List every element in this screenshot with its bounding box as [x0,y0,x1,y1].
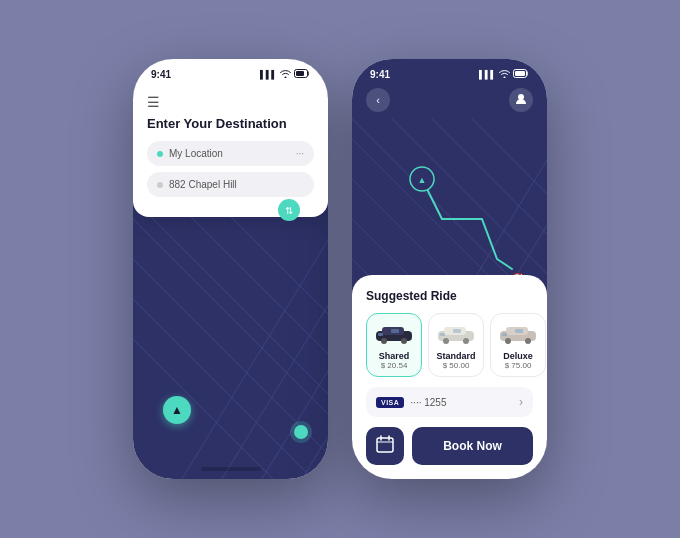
left-battery-icon [294,69,310,80]
svg-line-4 [133,279,328,479]
svg-rect-49 [502,333,507,336]
svg-point-35 [381,338,387,344]
card-title: Enter Your Destination [147,116,314,131]
svg-text:▲: ▲ [418,175,427,185]
top-navigation: ‹ [352,84,547,120]
payment-info: VISA ···· 1255 [376,397,447,408]
right-time: 9:41 [370,69,390,80]
svg-rect-37 [378,333,383,336]
left-time: 9:41 [151,69,171,80]
standard-label: Standard [434,351,478,361]
svg-rect-38 [391,329,399,333]
back-button[interactable]: ‹ [366,88,390,112]
svg-line-2 [133,199,328,439]
standard-price: $ 50.00 [434,361,478,370]
left-location-dot [294,425,308,439]
svg-point-36 [401,338,407,344]
svg-rect-51 [377,438,393,452]
chapel-hill-text: 882 Chapel Hill [169,179,304,190]
card-number: ···· 1255 [410,397,446,408]
ride-option-standard[interactable]: Standard $ 50.00 [428,313,484,377]
visa-badge: VISA [376,397,404,408]
right-battery-icon [513,69,529,80]
svg-point-47 [505,338,511,344]
left-nav-arrow: ▲ [163,396,191,424]
location-dot-indicator [157,151,163,157]
ride-options: Shared $ 20.54 Standard $ 50.00 [366,313,533,377]
svg-point-42 [463,338,469,344]
svg-rect-1 [296,71,304,76]
location-input[interactable]: My Location ··· [147,141,314,166]
left-home-indicator [201,467,261,471]
standard-car-image [434,320,478,348]
left-phone: 9:41 ▌▌▌ ☰ Enter Your Destination [133,59,328,479]
more-options-icon[interactable]: ··· [296,148,304,159]
svg-line-6 [133,199,328,439]
right-phone: ▲ 🚗 9:41 ▌▌▌ [352,59,547,479]
payment-row[interactable]: VISA ···· 1255 › [366,387,533,417]
left-status-bar: 9:41 ▌▌▌ [133,59,328,84]
svg-rect-31 [515,71,525,76]
deluxe-car-image [496,320,540,348]
calendar-button[interactable] [366,427,404,465]
ride-option-deluxe[interactable]: Deluxe $ 75.00 [490,313,546,377]
book-now-button[interactable]: Book Now [412,427,533,465]
svg-point-48 [525,338,531,344]
shared-car-image [372,320,416,348]
user-icon [515,93,527,107]
shared-label: Shared [372,351,416,361]
svg-line-12 [253,199,328,479]
shared-price: $ 20.54 [372,361,416,370]
ride-option-shared[interactable]: Shared $ 20.54 [366,313,422,377]
svg-rect-43 [440,333,445,336]
svg-line-3 [133,239,328,479]
destination-dot-indicator [157,182,163,188]
deluxe-label: Deluxe [496,351,540,361]
right-status-icons: ▌▌▌ [479,69,529,80]
user-button[interactable] [509,88,533,112]
bottom-sheet: Suggested Ride Shared $ 20.54 [352,275,547,479]
calendar-icon [376,435,394,457]
right-signal-icon: ▌▌▌ [479,70,496,79]
back-icon: ‹ [376,94,380,106]
right-home-indicator [420,467,480,471]
my-location-text: My Location [169,148,296,159]
right-wifi-icon [499,69,510,80]
menu-icon[interactable]: ☰ [147,94,314,110]
deluxe-price: $ 75.00 [496,361,540,370]
destination-card: ☰ Enter Your Destination My Location ···… [133,84,328,217]
right-status-bar: 9:41 ▌▌▌ [352,59,547,84]
chevron-right-icon: › [519,395,523,409]
svg-rect-50 [515,329,523,333]
suggested-ride-title: Suggested Ride [366,289,533,303]
swap-button[interactable]: ⇅ [278,199,300,221]
left-status-icons: ▌▌▌ [260,69,310,80]
svg-point-41 [443,338,449,344]
svg-rect-44 [453,329,461,333]
destination-input[interactable]: 882 Chapel Hill [147,172,314,197]
svg-line-8 [213,199,328,439]
left-signal-icon: ▌▌▌ [260,70,277,79]
book-row: Book Now [366,427,533,479]
svg-line-7 [173,199,328,439]
left-wifi-icon [280,69,291,80]
